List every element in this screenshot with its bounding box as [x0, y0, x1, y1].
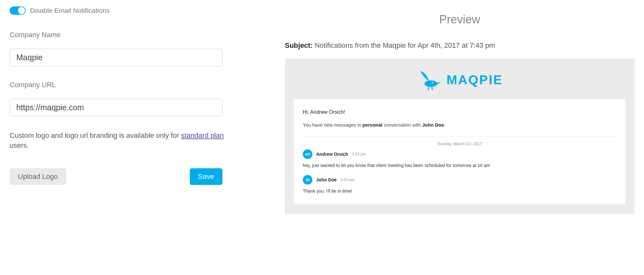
- company-name-label: Company Name: [10, 31, 234, 39]
- preview-box: MAQPIE Hi, Andrew Orsich! You have new m…: [285, 59, 634, 214]
- company-url-input[interactable]: [10, 99, 222, 116]
- save-button[interactable]: Save: [190, 168, 222, 185]
- greeting: Hi, Andrew Orsich!: [303, 109, 616, 115]
- helper-text: Custom logo and logo url branding is ava…: [10, 131, 227, 151]
- disable-notifications-label: Disable Email Notifications: [30, 7, 110, 14]
- company-url-label: Company URL: [10, 81, 234, 89]
- company-name-input[interactable]: [10, 49, 222, 66]
- preview-card: Hi, Andrew Orsich! You have new messages…: [294, 99, 625, 204]
- standard-plan-link[interactable]: standard plan: [181, 131, 224, 139]
- subject-line: Subject: Notifications from the Maqpie f…: [285, 41, 634, 51]
- message-header: AO Andrew Orsich 3:53 pm: [303, 149, 616, 159]
- avatar: JD: [303, 175, 312, 185]
- svg-point-1: [432, 82, 433, 83]
- message-body: hey, just wanted to let you know that cl…: [303, 163, 616, 168]
- disable-notifications-toggle[interactable]: [10, 6, 26, 15]
- message-time: 3:53 pm: [352, 152, 366, 156]
- intro-line: You have new messages in personal conver…: [303, 122, 616, 128]
- helper-pre: Custom logo and logo url branding is ava…: [10, 131, 181, 139]
- preview-title: Preview: [285, 13, 634, 26]
- message-sender: Andrew Orsich: [316, 152, 348, 157]
- message-time: 3:53 pm: [341, 178, 354, 182]
- helper-post: users.: [10, 141, 29, 149]
- avatar: AO: [303, 149, 312, 159]
- preview-logo: MAQPIE: [294, 69, 625, 91]
- magpie-icon: [416, 69, 442, 91]
- toggle-knob: [18, 7, 25, 14]
- divider: [303, 137, 616, 137]
- subject-label: Subject:: [285, 41, 313, 49]
- upload-logo-button[interactable]: Upload Logo: [10, 168, 66, 185]
- subject-value: Notifications from the Maqpie for Apr 4t…: [315, 41, 495, 49]
- message-sender: John Doe: [316, 177, 337, 182]
- message-header: JD John Doe 3:53 pm: [303, 175, 616, 185]
- preview-logo-text: MAQPIE: [447, 73, 503, 87]
- date-label: Sunday, March 12, 2017: [303, 141, 616, 146]
- svg-point-0: [424, 80, 437, 87]
- message-body: Thank you. I'll be in time!: [303, 188, 616, 194]
